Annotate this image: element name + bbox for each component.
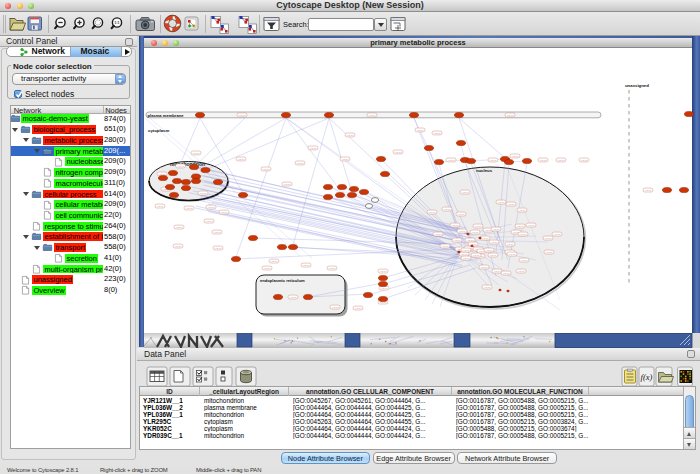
svg-text:Yxx xx: Yxx xx bbox=[175, 245, 183, 247]
svg-text:Yxx xx: Yxx xx bbox=[484, 286, 492, 288]
svg-text:Yxx xx: Yxx xx bbox=[290, 296, 298, 298]
svg-text:Yxx xx: Yxx xx bbox=[458, 213, 466, 215]
svg-text:unassigned: unassigned bbox=[625, 83, 649, 88]
svg-text:Yxx xx: Yxx xx bbox=[493, 228, 501, 230]
svg-text:Yxx xx: Yxx xx bbox=[581, 159, 589, 161]
svg-text:Yxx xx: Yxx xx bbox=[498, 201, 506, 203]
svg-text:Yxx xx: Yxx xx bbox=[508, 203, 516, 205]
svg-text:Yxx xx: Yxx xx bbox=[490, 254, 498, 256]
svg-text:Yxx xx: Yxx xx bbox=[186, 207, 194, 209]
svg-text:Yxx xx: Yxx xx bbox=[369, 114, 377, 116]
svg-text:Yxx xx: Yxx xx bbox=[347, 134, 355, 136]
svg-text:Yxx xx: Yxx xx bbox=[540, 159, 548, 161]
svg-text:Yxx xx: Yxx xx bbox=[517, 225, 525, 227]
svg-text:Yxx xx: Yxx xx bbox=[470, 243, 478, 245]
svg-text:plasma membrane: plasma membrane bbox=[148, 113, 185, 118]
svg-text:Yxx xx: Yxx xx bbox=[452, 224, 460, 226]
svg-text:Yxx xx: Yxx xx bbox=[467, 239, 475, 241]
svg-text:Yxx xx: Yxx xx bbox=[395, 151, 403, 153]
svg-text:Yxx xx: Yxx xx bbox=[264, 267, 272, 269]
svg-text:Yxx xx: Yxx xx bbox=[503, 272, 511, 274]
svg-text:Yxx xx: Yxx xx bbox=[475, 225, 483, 227]
svg-text:Yxx xx: Yxx xx bbox=[381, 287, 389, 289]
svg-text:Yxx xx: Yxx xx bbox=[461, 253, 469, 255]
svg-text:1:1: 1:1 bbox=[115, 21, 120, 25]
svg-text:Yxx xx: Yxx xx bbox=[380, 270, 388, 272]
svg-text:Yxx xx: Yxx xx bbox=[444, 208, 452, 210]
svg-text:Yxx xx: Yxx xx bbox=[528, 224, 536, 226]
svg-text:Yxx xx: Yxx xx bbox=[554, 233, 562, 235]
svg-text:Yxx xx: Yxx xx bbox=[463, 249, 471, 251]
svg-text:Yxx xx: Yxx xx bbox=[521, 259, 529, 261]
svg-text:Yxx xx: Yxx xx bbox=[429, 211, 437, 213]
svg-text:Yxx xx: Yxx xx bbox=[507, 243, 515, 245]
svg-text:Yxx xx: Yxx xx bbox=[507, 114, 515, 116]
svg-text:Yxx xx: Yxx xx bbox=[238, 158, 246, 160]
svg-text:f(x): f(x) bbox=[641, 372, 653, 382]
svg-text:Yxx xx: Yxx xx bbox=[176, 226, 184, 228]
svg-text:Yxx xx: Yxx xx bbox=[482, 237, 490, 239]
svg-text:Yxx xx: Yxx xx bbox=[434, 132, 442, 134]
svg-text:Yxx xx: Yxx xx bbox=[208, 206, 216, 208]
svg-text:Yxx xx: Yxx xx bbox=[645, 189, 653, 191]
svg-text:Yxx xx: Yxx xx bbox=[221, 211, 229, 213]
svg-text:Yxx xx: Yxx xx bbox=[159, 173, 167, 175]
svg-text:Yxx xx: Yxx xx bbox=[271, 260, 279, 262]
svg-text:Yxx xx: Yxx xx bbox=[303, 264, 311, 266]
svg-text:Yxx xx: Yxx xx bbox=[263, 168, 271, 170]
svg-text:Yxx xx: Yxx xx bbox=[297, 162, 305, 164]
svg-text:Yxx xx: Yxx xx bbox=[459, 230, 467, 232]
svg-text:nucleus: nucleus bbox=[476, 168, 493, 173]
svg-text:Yxx xx: Yxx xx bbox=[512, 155, 520, 157]
svg-text:Yxx xx: Yxx xx bbox=[214, 231, 222, 233]
svg-text:Yxx xx: Yxx xx bbox=[177, 165, 185, 167]
svg-text:Yxx xx: Yxx xx bbox=[473, 254, 481, 256]
svg-text:Yxx xx: Yxx xx bbox=[494, 270, 502, 272]
svg-text:Yxx xx: Yxx xx bbox=[329, 267, 337, 269]
svg-text:Yxx xx: Yxx xx bbox=[157, 205, 165, 207]
svg-text:Yxx xx: Yxx xx bbox=[491, 241, 499, 243]
svg-text:cytoplasm: cytoplasm bbox=[148, 128, 169, 133]
svg-text:endoplasmic reticulum: endoplasmic reticulum bbox=[260, 278, 305, 283]
svg-text:Yxx xx: Yxx xx bbox=[472, 231, 480, 233]
svg-text:Yxx xx: Yxx xx bbox=[546, 251, 554, 253]
svg-text:Yxx xx: Yxx xx bbox=[486, 249, 494, 251]
svg-text:Yxx xx: Yxx xx bbox=[520, 233, 528, 235]
svg-text:Yxx xx: Yxx xx bbox=[239, 114, 247, 116]
svg-text:Yxx xx: Yxx xx bbox=[342, 158, 350, 160]
svg-text:Yxx xx: Yxx xx bbox=[448, 159, 456, 161]
svg-text:Yxx xx: Yxx xx bbox=[206, 220, 214, 222]
svg-text:Yxx xx: Yxx xx bbox=[509, 253, 517, 255]
svg-text:Yxx xx: Yxx xx bbox=[284, 183, 292, 185]
svg-text:Yxx xx: Yxx xx bbox=[462, 191, 470, 193]
svg-text:Yxx xx: Yxx xx bbox=[545, 237, 553, 239]
svg-text:Yxx xx: Yxx xx bbox=[490, 159, 498, 161]
svg-text:Yxx xx: Yxx xx bbox=[558, 159, 566, 161]
svg-text:Yxx xx: Yxx xx bbox=[435, 233, 443, 235]
svg-text:Yxx xx: Yxx xx bbox=[518, 270, 526, 272]
svg-text:Yxx xx: Yxx xx bbox=[215, 247, 223, 249]
svg-text:Yxx xx: Yxx xx bbox=[481, 266, 489, 268]
svg-text:Yxx xx: Yxx xx bbox=[442, 245, 450, 247]
svg-text:Yxx xx: Yxx xx bbox=[332, 306, 340, 308]
svg-text:Yxx xx: Yxx xx bbox=[454, 239, 462, 241]
svg-text:Yxx xx: Yxx xx bbox=[310, 147, 318, 149]
svg-text:Yxx xx: Yxx xx bbox=[463, 257, 471, 259]
svg-text:Yxx xx: Yxx xx bbox=[519, 209, 527, 211]
svg-text:Yxx xx: Yxx xx bbox=[417, 129, 425, 131]
svg-text:Yxx xx: Yxx xx bbox=[200, 192, 208, 194]
svg-text:Yxx xx: Yxx xx bbox=[193, 152, 201, 154]
svg-text:Yxx xx: Yxx xx bbox=[355, 307, 363, 309]
